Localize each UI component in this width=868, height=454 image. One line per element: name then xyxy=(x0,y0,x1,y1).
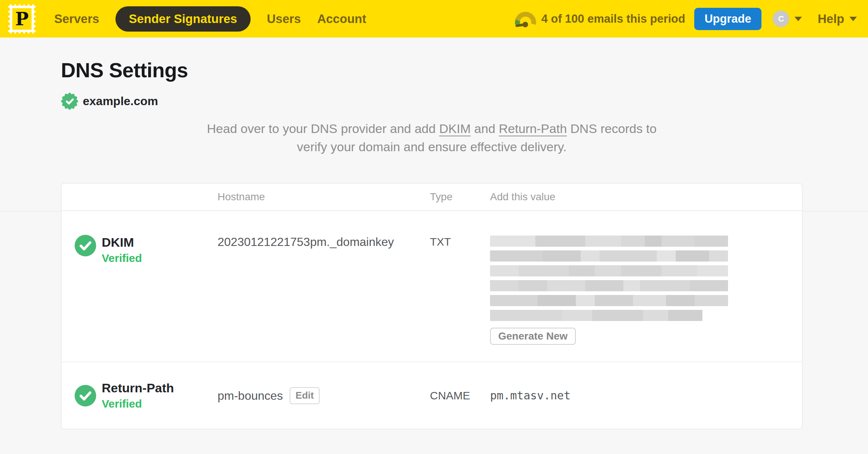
column-header-value: Add this value xyxy=(490,191,786,203)
usage-counter: 4 of 100 emails this period xyxy=(541,12,685,26)
logo-letter: P xyxy=(15,9,29,29)
chevron-down-icon xyxy=(849,17,857,21)
return-path-type: CNAME xyxy=(430,389,490,403)
domain-name: example.com xyxy=(83,94,158,108)
dns-instructions: Head over to your DNS provider and add D… xyxy=(61,120,803,156)
redacted-line xyxy=(490,295,728,306)
status-badge: Verified xyxy=(102,397,218,411)
dkim-type: TXT xyxy=(430,235,490,249)
redacted-line xyxy=(490,280,728,291)
chevron-down-icon xyxy=(794,17,802,21)
avatar[interactable]: C xyxy=(773,10,789,27)
help-menu[interactable]: Help xyxy=(818,12,857,26)
return-path-hostname: pm-bounces Edit xyxy=(218,387,430,404)
redacted-line xyxy=(490,265,728,276)
return-path-link[interactable]: Return-Path xyxy=(499,121,567,136)
edit-button[interactable]: Edit xyxy=(290,387,320,404)
table-row-return-path: Return-Path Verified pm-bounces Edit CNA… xyxy=(62,362,802,429)
usage-gauge-icon xyxy=(515,10,536,28)
postmark-logo[interactable]: P xyxy=(8,4,36,34)
redacted-line xyxy=(490,310,702,321)
verified-check-icon xyxy=(75,385,96,406)
column-header-hostname: Hostname xyxy=(218,191,430,203)
dkim-hostname: 20230121221753pm._domainkey xyxy=(218,235,430,249)
return-path-value: pm.mtasv.net xyxy=(490,389,786,402)
table-row-dkim: DKIM Verified 20230121221753pm._domainke… xyxy=(62,211,802,362)
verified-check-icon xyxy=(75,235,96,256)
help-label: Help xyxy=(818,12,844,26)
redacted-line xyxy=(490,250,728,262)
instructions-line-2: verify your domain and ensure effective … xyxy=(61,138,803,156)
dns-settings-page: DNS Settings example.com Head over to yo… xyxy=(0,58,868,429)
status-badge: Verified xyxy=(102,252,218,265)
verified-domain: example.com xyxy=(61,93,868,110)
table-header: Hostname Type Add this value xyxy=(62,184,802,211)
instructions-line-1: Head over to your DNS provider and add D… xyxy=(61,120,803,138)
nav-item-account[interactable]: Account xyxy=(317,12,366,26)
dns-records-card: Hostname Type Add this value DKIM Verifi… xyxy=(61,183,803,429)
nav-item-users[interactable]: Users xyxy=(267,12,301,26)
record-name: DKIM xyxy=(102,235,218,250)
dkim-link[interactable]: DKIM xyxy=(439,121,471,136)
account-avatar-menu[interactable]: C xyxy=(773,10,802,27)
record-name: Return-Path xyxy=(102,380,218,395)
generate-new-button[interactable]: Generate New xyxy=(490,328,576,345)
nav-item-sender-signatures[interactable]: Sender Signatures xyxy=(115,6,251,32)
top-navbar: P Servers Sender Signatures Users Accoun… xyxy=(0,0,868,38)
verified-seal-icon xyxy=(61,93,78,110)
redacted-line xyxy=(490,236,728,247)
navbar-right-group: 4 of 100 emails this period Upgrade C He… xyxy=(515,8,857,30)
nav-item-servers[interactable]: Servers xyxy=(54,12,99,26)
upgrade-button[interactable]: Upgrade xyxy=(694,8,762,30)
page-title: DNS Settings xyxy=(61,58,868,82)
column-header-type: Type xyxy=(430,191,490,203)
dkim-value-redacted xyxy=(490,236,728,321)
